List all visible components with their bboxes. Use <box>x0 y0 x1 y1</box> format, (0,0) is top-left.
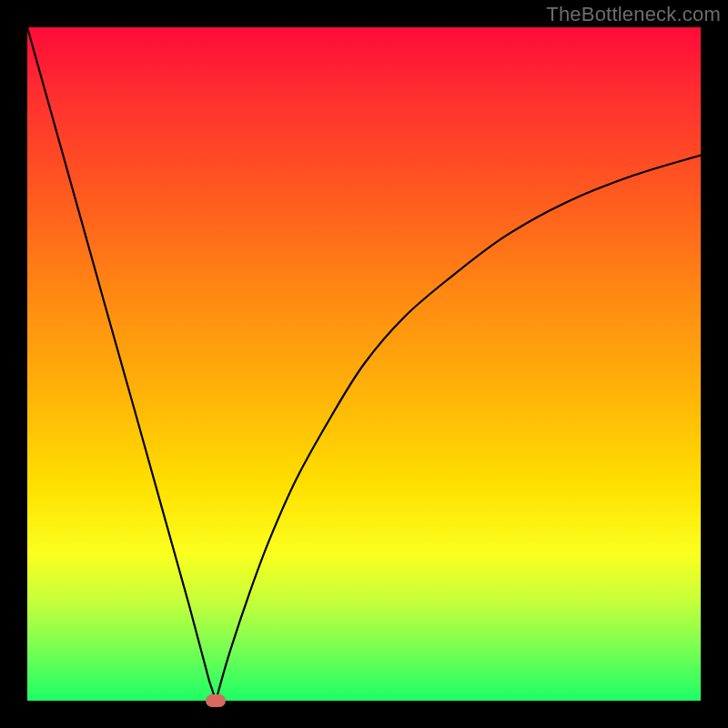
bottleneck-curve <box>27 27 701 701</box>
plot-area <box>27 27 701 701</box>
curve-path <box>27 27 701 701</box>
chart-frame: TheBottleneck.com <box>0 0 728 728</box>
watermark-text: TheBottleneck.com <box>546 3 721 26</box>
minimum-marker <box>206 694 226 707</box>
